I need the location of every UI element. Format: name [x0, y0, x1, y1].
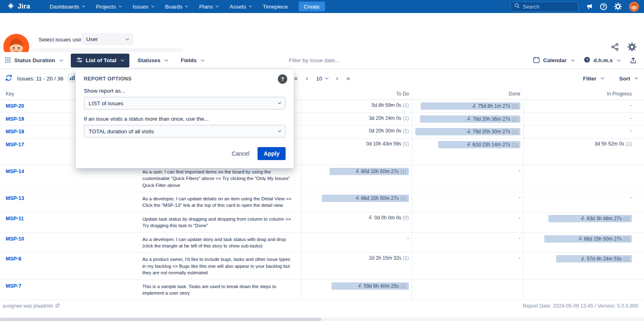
- nav-boards[interactable]: Boards: [159, 0, 194, 13]
- done-duration-cell: -: [412, 165, 523, 192]
- issue-key-link[interactable]: MSP-13: [6, 195, 24, 201]
- chevron-down-icon: [82, 4, 85, 7]
- issue-key-link[interactable]: MSP-20: [6, 103, 24, 109]
- issue-date-filter[interactable]: Filter by issue date...: [289, 57, 340, 63]
- visit-count: (1): [626, 141, 632, 147]
- visit-count: (1): [400, 283, 406, 289]
- page-size-select[interactable]: 10: [316, 76, 328, 82]
- sliders-icon: [76, 57, 83, 64]
- todo-duration-cell: -: [301, 233, 412, 253]
- issue-key-link[interactable]: MSP-11: [6, 216, 24, 221]
- chevron-down-icon: [185, 4, 188, 7]
- create-button[interactable]: Create: [299, 2, 325, 11]
- user-avatar[interactable]: [629, 2, 639, 12]
- apply-button[interactable]: Apply: [258, 147, 286, 160]
- report-toolbar: Status Duration List of Total Statuses F…: [0, 52, 644, 69]
- horizontal-scrollbar-thumb[interactable]: [0, 318, 321, 321]
- table-row: MSP-7 This is a sample task. Tasks are u…: [0, 280, 644, 300]
- chevron-down-icon: [635, 76, 638, 79]
- fields-button[interactable]: Fields: [181, 57, 204, 63]
- next-page-button[interactable]: ›: [336, 75, 338, 82]
- issue-summary: As a product owner, I'd like to include …: [142, 253, 301, 279]
- show-report-select[interactable]: LIST of issues: [84, 97, 286, 110]
- todo-duration-cell: 3d 20h 24m 0s(1): [301, 113, 412, 126]
- issue-key-link[interactable]: MSP-10: [6, 236, 24, 242]
- nav-dashboards[interactable]: Dashboards: [44, 0, 90, 13]
- last-page-button[interactable]: »: [346, 75, 350, 82]
- issue-source-mode-select[interactable]: User: [81, 33, 133, 45]
- chevron-down-icon: [617, 58, 620, 61]
- refresh-icon[interactable]: [5, 74, 13, 83]
- duration-badge: 60d 10h 50m 27s(1): [330, 168, 409, 175]
- duration-badge: 66d 15h 50m 27s(1): [322, 195, 409, 202]
- chart-view-icon[interactable]: [68, 74, 76, 84]
- visit-count: (1): [403, 115, 409, 121]
- todo-duration-cell: 0d 20h 30m 0s(1): [301, 126, 412, 138]
- runner-icon: [466, 142, 471, 147]
- nav-issues[interactable]: Issues: [127, 0, 159, 13]
- table-row: MSP-11 Update task status by dragging an…: [0, 213, 644, 233]
- search-input[interactable]: [523, 4, 574, 10]
- report-type-button[interactable]: Status Duration: [5, 57, 63, 64]
- duration-format-button[interactable]: d.h.m.s: [584, 56, 620, 64]
- export-icon[interactable]: [630, 57, 637, 64]
- modal-help-icon[interactable]: ?: [278, 74, 287, 84]
- settings-gear-icon[interactable]: [614, 2, 622, 11]
- issue-key-link[interactable]: MSP-18: [6, 129, 24, 134]
- runner-icon: [471, 104, 476, 109]
- todo-duration-cell: 2d 2h 15m 32s(1): [301, 253, 412, 279]
- runner-icon: [466, 116, 471, 121]
- visit-count: (1): [403, 141, 409, 147]
- visits-select[interactable]: TOTAL duration of all visits: [84, 125, 286, 138]
- report-options-modal: REPORT OPTIONS ? Show report as... LIST …: [76, 69, 294, 168]
- calendar-icon: [533, 56, 540, 65]
- issue-key-link[interactable]: MSP-17: [6, 142, 24, 147]
- filter-button[interactable]: Filter: [583, 76, 604, 82]
- help-icon[interactable]: ?: [600, 3, 607, 10]
- global-search[interactable]: [510, 2, 579, 12]
- statuses-button[interactable]: Statuses: [138, 57, 168, 63]
- visits-label: If an issue visits a status more than on…: [84, 116, 286, 122]
- done-duration-cell: -: [412, 233, 523, 253]
- nav-timepiece[interactable]: Timepiece: [257, 0, 294, 13]
- prev-page-button[interactable]: ‹: [306, 75, 308, 82]
- todo-duration-cell: 0d 10h 43m 59s(1): [301, 139, 412, 165]
- chevron-down-icon: [601, 76, 604, 79]
- col-header-inprogress: In Progress: [523, 91, 635, 97]
- issue-source-panel: Select issues using User Gizem Gökçe: [0, 13, 644, 52]
- announcement-icon[interactable]: [585, 3, 593, 11]
- issue-key-link[interactable]: MSP-8: [6, 256, 21, 262]
- inprogress-duration-cell: 3d 5h 52m 0s(1): [523, 139, 635, 165]
- runner-icon: [580, 216, 585, 221]
- todo-duration-cell: 0d 0h 0m 0s(0): [301, 213, 412, 232]
- nav-assets[interactable]: Assets: [224, 0, 257, 13]
- calendar-button[interactable]: Calendar: [533, 56, 574, 65]
- assignee-filter-link[interactable]: assignee was jiraadmin: [2, 303, 60, 309]
- view-mode-button[interactable]: List of Total: [71, 54, 130, 67]
- issue-key-link[interactable]: MSP-7: [6, 283, 21, 289]
- issue-summary: This is a sample task. Tasks are used to…: [142, 280, 301, 300]
- table-row: MSP-14 As a user, I can find important i…: [0, 165, 644, 192]
- gear-icon[interactable]: [627, 42, 637, 53]
- issues-count: Issues: 11 - 20 / 36: [17, 76, 63, 82]
- chevron-down-icon: [249, 4, 252, 7]
- issue-key-link[interactable]: MSP-14: [6, 169, 24, 174]
- inprogress-duration-cell: 63d 3h 48m 27s(1): [523, 213, 635, 232]
- chevron-down-icon: [201, 58, 204, 61]
- share-icon[interactable]: [611, 43, 619, 53]
- jira-logo-icon: [7, 2, 15, 12]
- sort-button[interactable]: Sort: [619, 76, 637, 82]
- chevron-down-icon: [121, 58, 124, 61]
- cancel-button[interactable]: Cancel: [232, 150, 250, 157]
- todo-duration-cell: 59d 6h 40m 25s(1): [301, 280, 412, 300]
- horizontal-scrollbar: [0, 318, 644, 321]
- visit-count: (1): [400, 169, 406, 174]
- duration-badge: 66d 15h 50m 27s(1): [544, 235, 632, 243]
- nav-projects[interactable]: Projects: [90, 0, 127, 13]
- first-page-button[interactable]: «: [294, 75, 298, 82]
- jira-logo[interactable]: Jira: [7, 2, 30, 12]
- issue-key-link[interactable]: MSP-19: [6, 116, 24, 122]
- inprogress-duration-cell: 57d 4h 24m 53s(1): [523, 253, 635, 279]
- duration-badge: 57d 4h 24m 53s(1): [556, 255, 632, 262]
- nav-plans[interactable]: Plans: [193, 0, 224, 13]
